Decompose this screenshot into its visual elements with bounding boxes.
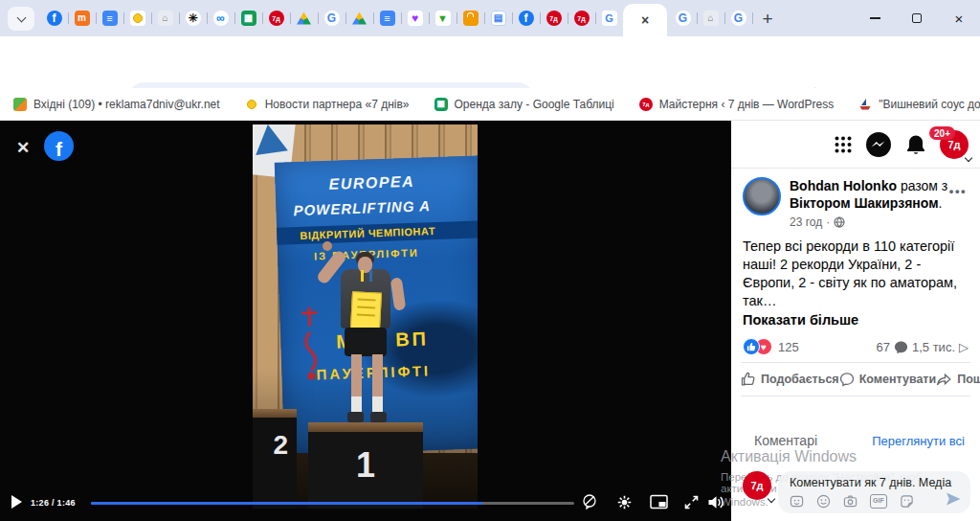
google-drive-favicon [352, 12, 367, 25]
see-more-link[interactable]: Показати більше [743, 311, 969, 329]
video-progress-bar[interactable] [91, 502, 574, 505]
picture-in-picture-icon[interactable] [649, 492, 668, 511]
tab-google[interactable]: G [669, 5, 697, 32]
comments-section-header: Коментарі Переглянути всі [731, 433, 980, 448]
seven-days-favicon: 7д [546, 11, 562, 26]
composer-icons: GIF [790, 494, 914, 509]
google-docs-favicon: ≡ [380, 11, 395, 26]
google-drive-favicon [297, 12, 311, 25]
pinned-tab-heart[interactable]: ♥ [401, 5, 429, 32]
pinned-tab-drive[interactable] [345, 5, 373, 32]
reactions-count[interactable]: 125 [778, 340, 799, 354]
post-more-options-button[interactable]: ••• [949, 184, 967, 198]
video-timestamp: 1:26 / 1:46 [31, 498, 76, 508]
pinned-tab-7d[interactable]: 7д [540, 5, 568, 32]
tab-search-button[interactable] [8, 7, 34, 31]
author-avatar[interactable] [743, 177, 781, 215]
green-arrow-favicon: ▼ [435, 11, 451, 26]
close-viewer-button[interactable]: ✕ [16, 138, 30, 158]
play-icon[interactable] [11, 495, 22, 509]
facebook-logo[interactable]: f [44, 131, 74, 161]
close-tab-icon[interactable]: × [641, 12, 649, 28]
apps-grid-icon[interactable] [834, 135, 853, 154]
maximize-button[interactable] [896, 0, 938, 36]
avatar-sticker-icon[interactable] [790, 494, 804, 509]
active-tab[interactable]: × [623, 4, 667, 36]
new-tab-button[interactable]: + [756, 8, 779, 31]
bookmark-wordpress[interactable]: 7д Майстерня ‹ 7 днів — WordPress [639, 98, 834, 111]
like-reaction-icon [743, 338, 760, 355]
pinned-tab-7d[interactable]: 7д [568, 5, 595, 32]
settings-gear-icon[interactable] [614, 492, 634, 511]
pinned-tab-drive[interactable] [290, 5, 318, 32]
notifications-bell-icon[interactable] [904, 133, 927, 156]
share-button[interactable]: Поширити [936, 368, 980, 391]
google-favicon: G [676, 11, 691, 26]
post-action-bar: Подобається Коментувати Поширити [741, 362, 970, 396]
media-viewer[interactable]: ✕ f EUROPEA POWERLIFTING A ВІДКРИТИЙ ЧЕМ… [0, 121, 731, 521]
chatgpt-favicon: ✳ [186, 11, 201, 26]
browser-window: f m ≡ ⌂ ✳ ∞ ▦ 7д G ≡ ♥ ▼ ▤ f 7д 7д G × G… [0, 0, 980, 521]
pinned-tab-facebook[interactable]: f [40, 5, 68, 32]
pinned-tab-sheets[interactable]: ▦ [234, 5, 262, 32]
pinned-tab-facebook[interactable]: f [512, 5, 540, 32]
fullscreen-icon[interactable] [681, 492, 701, 511]
like-button[interactable]: Подобається [741, 368, 839, 391]
minimize-button[interactable] [854, 0, 896, 36]
sticker-icon[interactable] [900, 494, 914, 509]
bookmark-news[interactable]: Новости партнера «7 днів» [245, 98, 410, 111]
comment-placeholder: Коментувати як 7 днів. Медіа [790, 476, 951, 489]
tagged-name[interactable]: Віктором Шакирзяном [790, 195, 939, 211]
google-translate-favicon: G [602, 11, 617, 26]
volume-icon[interactable] [706, 492, 725, 511]
video-progress-fill [91, 502, 482, 505]
boat-favicon [858, 98, 872, 111]
pinned-tab-bag[interactable] [457, 5, 484, 32]
comment-bubble-icon [894, 340, 908, 354]
emoji-icon[interactable] [816, 494, 831, 509]
composer-avatar[interactable]: 7д [743, 471, 771, 500]
gif-icon[interactable]: GIF [870, 494, 887, 509]
maximize-icon [912, 13, 922, 23]
pinned-tab-coin[interactable] [123, 5, 151, 32]
chevron-down-icon [16, 12, 26, 22]
tab-tool[interactable]: ⌂ [697, 5, 724, 32]
mail-favicon [13, 98, 27, 111]
google-favicon: G [731, 11, 746, 26]
camera-icon[interactable] [843, 494, 858, 509]
pinned-tab-translate[interactable]: G [595, 5, 623, 32]
bookmark-recipe[interactable]: "Вишневий соус до м'яса". Неймо... [858, 98, 980, 111]
author-name[interactable]: Bohdan Holonko [790, 178, 897, 193]
comments-header: Коментарі [754, 433, 817, 448]
view-all-comments-link[interactable]: Переглянути всі [872, 434, 965, 448]
comments-count[interactable]: 67 [877, 340, 890, 354]
close-window-button[interactable]: × [938, 0, 980, 36]
tab-strip: f m ≡ ⌂ ✳ ∞ ▦ 7д G ≡ ♥ ▼ ▤ f 7д 7д G × G… [0, 0, 980, 36]
pinned-tab-meta[interactable]: ∞ [207, 5, 234, 32]
pinned-tab-google[interactable]: G [318, 5, 345, 32]
bookmark-mail[interactable]: Вхідні (109) • reklama7dniv@ukr.net [13, 98, 220, 111]
pinned-tab-7d[interactable]: 7д [262, 5, 290, 32]
comment-input[interactable]: Коментувати як 7 днів. Медіа GIF [778, 471, 970, 513]
facebook-favicon: f [47, 11, 62, 26]
comment-button[interactable]: Коментувати [839, 368, 937, 391]
meta-favicon: ∞ [213, 11, 229, 26]
tab-google[interactable]: G [724, 5, 752, 32]
send-icon[interactable] [946, 492, 961, 506]
pinned-tab-docs[interactable]: ≡ [96, 5, 123, 32]
pinned-tab-clipboard[interactable]: ▤ [484, 5, 512, 32]
clipboard-favicon: ▤ [491, 11, 506, 26]
pinned-tab-arrow[interactable]: ▼ [429, 5, 457, 32]
comments-off-icon[interactable] [580, 492, 599, 511]
pinned-tab-tool[interactable]: ⌂ [151, 5, 179, 32]
video-frame[interactable]: EUROPEA POWERLIFTING A ВІДКРИТИЙ ЧЕМПІОН… [253, 125, 478, 509]
pinned-tab-orange-m[interactable]: m [68, 5, 96, 32]
seven-days-favicon: 7д [574, 11, 590, 26]
pinned-tab-docs[interactable]: ≡ [373, 5, 401, 32]
shares-count[interactable]: 1,5 тис. [912, 340, 955, 354]
pinned-tab-chatgpt[interactable]: ✳ [179, 5, 207, 32]
reaction-icons[interactable]: ♥ [743, 338, 772, 355]
globe-icon [834, 216, 845, 228]
messenger-icon[interactable] [865, 131, 892, 158]
bookmark-sheets[interactable]: ▦ Оренда залу - Google Таблиці [434, 98, 614, 111]
